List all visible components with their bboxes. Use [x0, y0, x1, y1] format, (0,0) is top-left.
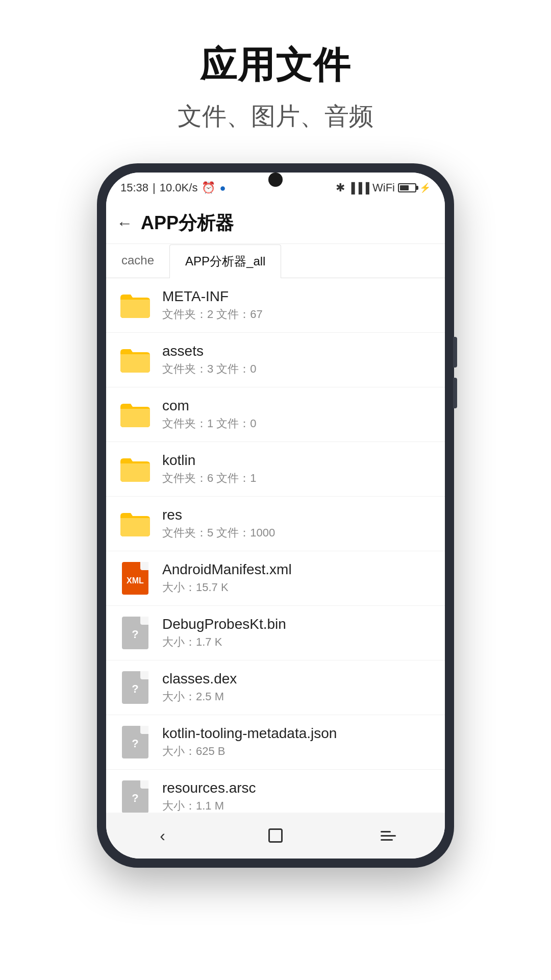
- file-name: resources.arsc: [162, 780, 433, 796]
- file-meta: 文件夹：3 文件：0: [162, 361, 433, 377]
- folder-icon: [118, 452, 152, 486]
- list-item[interactable]: ? DebugProbesKt.bin 大小：1.7 K: [106, 606, 445, 660]
- status-right: ✱ ▐▐▐ WiFi ⚡: [336, 181, 431, 194]
- menu-nav-button[interactable]: [373, 820, 404, 851]
- battery-fill: [400, 185, 409, 190]
- status-speed: 10.0K/s: [160, 181, 198, 194]
- status-time: 15:38: [120, 181, 148, 194]
- list-item[interactable]: ? classes.dex 大小：2.5 M: [106, 660, 445, 715]
- file-name: META-INF: [162, 288, 433, 305]
- file-meta: 文件夹：1 文件：0: [162, 416, 433, 431]
- battery-icon: [398, 183, 416, 192]
- unknown-file-icon: ?: [118, 725, 152, 759]
- phone-screen: 15:38 | 10.0K/s ⏰ ● ✱ ▐▐▐ WiFi ⚡ ← APP分析…: [106, 173, 445, 859]
- page-title: 应用文件: [178, 41, 373, 90]
- file-name: com: [162, 398, 433, 414]
- menu-nav-icon: [381, 831, 396, 841]
- list-item[interactable]: kotlin 文件夹：6 文件：1: [106, 442, 445, 497]
- list-item[interactable]: XML AndroidManifest.xml 大小：15.7 K: [106, 551, 445, 606]
- file-info: AndroidManifest.xml 大小：15.7 K: [162, 561, 433, 595]
- file-name: assets: [162, 343, 433, 359]
- file-info: res 文件夹：5 文件：1000: [162, 507, 433, 541]
- camera: [268, 173, 283, 187]
- file-name: res: [162, 507, 433, 523]
- page-header: 应用文件 文件、图片、音频: [178, 0, 373, 133]
- page-subtitle: 文件、图片、音频: [178, 100, 373, 133]
- back-nav-button[interactable]: ‹: [147, 820, 178, 851]
- unknown-file-icon: ?: [118, 616, 152, 650]
- file-list: META-INF 文件夹：2 文件：67 assets 文件夹：3 文件：0: [106, 278, 445, 813]
- bottom-nav: ‹: [106, 813, 445, 859]
- file-meta: 大小：1.1 M: [162, 798, 433, 813]
- tab-cache[interactable]: cache: [106, 244, 169, 278]
- unknown-file-icon: ?: [118, 780, 152, 813]
- status-left: 15:38 | 10.0K/s ⏰ ●: [120, 181, 226, 194]
- file-meta: 文件夹：2 文件：67: [162, 307, 433, 322]
- list-item[interactable]: ? resources.arsc 大小：1.1 M: [106, 770, 445, 813]
- app-icon-blue: ●: [219, 182, 226, 194]
- file-info: com 文件夹：1 文件：0: [162, 398, 433, 431]
- phone-frame: 15:38 | 10.0K/s ⏰ ● ✱ ▐▐▐ WiFi ⚡ ← APP分析…: [97, 163, 454, 868]
- file-name: AndroidManifest.xml: [162, 561, 433, 578]
- tab-bar: cache APP分析器_all: [106, 244, 445, 278]
- file-meta: 大小：1.7 K: [162, 634, 433, 650]
- file-name: DebugProbesKt.bin: [162, 616, 433, 632]
- side-button-1: [453, 337, 457, 368]
- top-bar-title: APP分析器: [141, 211, 234, 236]
- home-nav-icon: [268, 828, 283, 843]
- charging-icon: ⚡: [419, 182, 431, 193]
- folder-icon: [118, 343, 152, 377]
- home-nav-button[interactable]: [260, 820, 291, 851]
- file-info: kotlin-tooling-metadata.json 大小：625 B: [162, 725, 433, 759]
- file-info: resources.arsc 大小：1.1 M: [162, 780, 433, 813]
- file-name: kotlin: [162, 452, 433, 469]
- xml-file-icon: XML: [118, 561, 152, 595]
- file-info: META-INF 文件夹：2 文件：67: [162, 288, 433, 322]
- top-bar: ← APP分析器: [106, 203, 445, 244]
- file-info: DebugProbesKt.bin 大小：1.7 K: [162, 616, 433, 650]
- status-divider: |: [153, 181, 156, 194]
- wifi-icon: WiFi: [372, 181, 395, 194]
- list-item[interactable]: com 文件夹：1 文件：0: [106, 387, 445, 442]
- side-button-2: [453, 378, 457, 408]
- back-button[interactable]: ←: [116, 214, 133, 233]
- folder-icon: [118, 398, 152, 431]
- signal-icon: ▐▐▐: [348, 182, 370, 194]
- file-meta: 大小：2.5 M: [162, 689, 433, 704]
- bluetooth-icon: ✱: [336, 181, 345, 194]
- folder-icon: [118, 288, 152, 322]
- file-info: assets 文件夹：3 文件：0: [162, 343, 433, 377]
- file-name: kotlin-tooling-metadata.json: [162, 725, 433, 742]
- file-meta: 大小：15.7 K: [162, 580, 433, 595]
- file-name: classes.dex: [162, 671, 433, 687]
- file-info: classes.dex 大小：2.5 M: [162, 671, 433, 704]
- file-meta: 文件夹：6 文件：1: [162, 471, 433, 486]
- back-nav-icon: ‹: [160, 826, 165, 845]
- folder-icon: [118, 507, 152, 541]
- tab-all[interactable]: APP分析器_all: [169, 244, 281, 278]
- alarm-icon: ⏰: [202, 181, 215, 194]
- list-item[interactable]: assets 文件夹：3 文件：0: [106, 333, 445, 387]
- list-item[interactable]: ? kotlin-tooling-metadata.json 大小：625 B: [106, 715, 445, 770]
- file-meta: 文件夹：5 文件：1000: [162, 525, 433, 541]
- file-info: kotlin 文件夹：6 文件：1: [162, 452, 433, 486]
- list-item[interactable]: META-INF 文件夹：2 文件：67: [106, 278, 445, 333]
- file-meta: 大小：625 B: [162, 744, 433, 759]
- list-item[interactable]: res 文件夹：5 文件：1000: [106, 497, 445, 551]
- unknown-file-icon: ?: [118, 671, 152, 704]
